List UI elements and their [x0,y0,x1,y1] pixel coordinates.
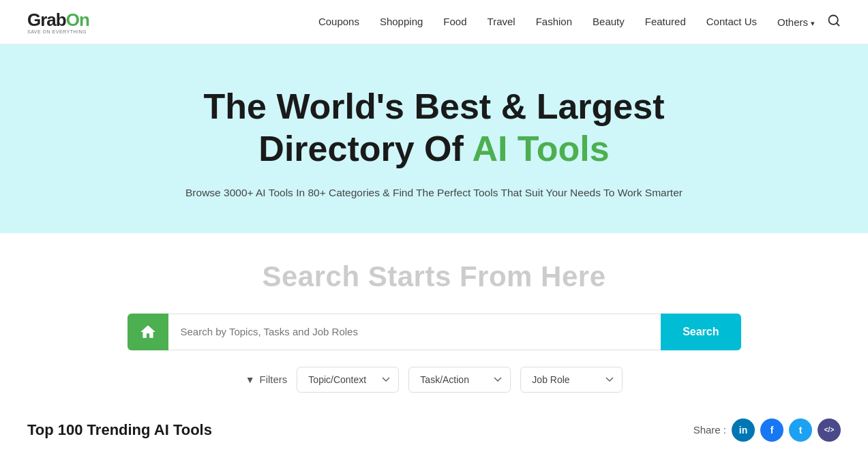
search-bar: Search [128,314,741,350]
nav-item-featured[interactable]: Featured [645,16,686,28]
nav-item-shopping[interactable]: Shopping [380,16,423,28]
linkedin-share-button[interactable]: in [732,419,755,442]
job-role-filter[interactable]: Job Role Developer Designer Marketer Stu… [520,367,623,393]
logo-tagline: SAVE ON EVERYTHING [27,29,89,34]
nav-item-contact[interactable]: Contact Us [706,16,757,28]
task-action-filter[interactable]: Task/Action Generate Summarize Translate… [408,367,511,393]
search-input[interactable] [168,314,661,350]
filters-row: ▼ Filters Topic/Context Writing Coding M… [128,367,741,393]
hero-headline: The World's Best & Largest Directory Of … [27,85,841,170]
topic-context-filter[interactable]: Topic/Context Writing Coding Marketing D… [297,367,399,393]
hero-subtext: Browse 3000+ AI Tools In 80+ Categories … [175,187,693,199]
share-label: Share : [693,424,726,436]
trending-title: Top 100 Trending AI Tools [27,421,212,439]
logo[interactable]: GrabOn SAVE ON EVERYTHING [27,10,89,34]
bottom-bar: Top 100 Trending AI Tools Share : in f t… [0,406,868,442]
filters-label: ▼ Filters [245,374,288,385]
embed-share-button[interactable]: </> [818,419,841,442]
nav-item-travel[interactable]: Travel [488,16,515,28]
search-tagline: Search Starts From Here [27,260,841,293]
logo-text: GrabOn [27,10,89,30]
nav-links: Coupons Shopping Food Travel Fashion Bea… [318,16,815,28]
nav-item-fashion[interactable]: Fashion [536,16,572,28]
search-section: Search Starts From Here Search ▼ Filters… [0,233,868,406]
nav-item-coupons[interactable]: Coupons [318,16,359,28]
search-button[interactable]: Search [661,314,740,350]
nav-item-beauty[interactable]: Beauty [593,16,625,28]
filter-icon: ▼ [245,374,255,385]
chevron-down-icon [811,16,815,28]
share-section: Share : in f t </> [693,419,841,442]
twitter-share-button[interactable]: t [789,419,812,442]
svg-line-1 [837,22,839,25]
nav-item-others[interactable]: Others [777,16,815,28]
navbar: GrabOn SAVE ON EVERYTHING Coupons Shoppi… [0,0,868,44]
hero-section: The World's Best & Largest Directory Of … [0,44,868,233]
nav-item-food[interactable]: Food [443,16,466,28]
search-icon[interactable] [827,14,841,31]
home-icon [128,314,168,350]
facebook-share-button[interactable]: f [760,419,783,442]
